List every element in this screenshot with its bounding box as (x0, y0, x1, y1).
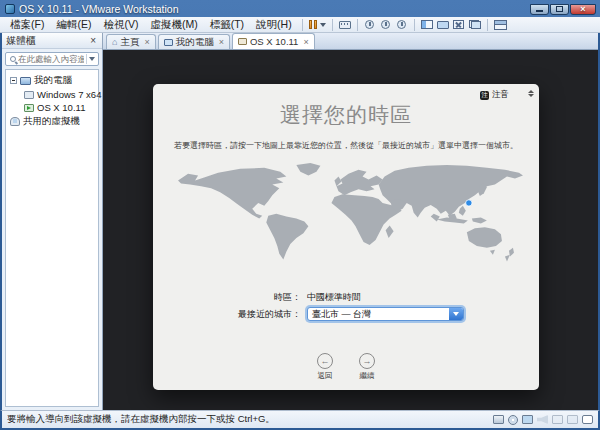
message-log-icon[interactable] (582, 415, 593, 424)
tab-label: OS X 10.11 (250, 36, 298, 47)
tab-label: 主頁 (120, 36, 139, 49)
timezone-label: 時區： (153, 291, 301, 304)
search-dropdown-icon[interactable] (89, 57, 95, 61)
unity-button[interactable] (467, 18, 483, 32)
closest-city-value: 臺北市 — 台灣 (308, 308, 449, 321)
continue-arrow-icon: → (359, 353, 375, 369)
vm-console-icon (238, 38, 247, 45)
tree-item-windows7[interactable]: Windows 7 x64 (8, 88, 96, 101)
input-method-badge[interactable]: 注 注音 (480, 89, 509, 101)
tree-item-shared-vms[interactable]: 共用的虛擬機 (8, 114, 96, 129)
back-button[interactable]: ← 返回 (317, 353, 333, 381)
minimize-icon (536, 10, 543, 12)
status-bar: 要將輸入導向到該虛擬機，請在虛擬機內部按一下或按 Ctrl+G。 (0, 410, 600, 428)
sidebar-close-button[interactable]: × (88, 36, 98, 46)
continue-label: 繼續 (360, 371, 375, 381)
library-panel-icon (421, 20, 433, 29)
vm-console-screen[interactable]: 注 注音 選擇您的時區 若要選擇時區，請按一下地圖上最靠近您的位置，然後從「最接… (103, 50, 598, 410)
hard-disk-icon[interactable] (493, 415, 504, 424)
chevron-down-icon (453, 312, 459, 316)
toolbar-separator (487, 19, 488, 31)
location-dot (466, 200, 472, 206)
thumbnail-bar-button[interactable] (435, 18, 451, 32)
continue-button[interactable]: → 繼續 (359, 353, 375, 381)
usb-icon[interactable] (552, 415, 563, 424)
menu-tabs[interactable]: 標籤(T) (204, 17, 250, 33)
page-title: 選擇您的時區 (153, 101, 539, 129)
tab-close-icon[interactable]: × (219, 37, 224, 47)
show-library-button[interactable] (419, 18, 435, 32)
input-menu-stepper-icon[interactable] (528, 90, 534, 97)
tab-home[interactable]: ⌂ 主頁 × (106, 34, 156, 49)
search-icon (10, 56, 16, 62)
search-input[interactable] (18, 54, 84, 64)
tree-item-label: 我的電腦 (34, 74, 72, 87)
combo-dropdown-button[interactable] (449, 308, 463, 320)
closest-city-select[interactable]: 臺北市 — 台灣 (307, 307, 464, 321)
tree-item-my-computer[interactable]: 我的電腦 (8, 73, 96, 88)
home-icon: ⌂ (112, 38, 117, 47)
tab-bar: ⌂ 主頁 × 我的電腦 × OS X 10.11 × (103, 33, 598, 50)
snapshot-manager-button[interactable] (394, 18, 410, 32)
close-button[interactable]: × (570, 4, 596, 15)
console-view-button[interactable] (492, 18, 509, 32)
vmware-workstation-window: OS X 10.11 - VMware Workstation × 檔案(F) … (0, 0, 600, 430)
printer-icon[interactable] (567, 415, 578, 424)
timezone-setup-panel: 注 注音 選擇您的時區 若要選擇時區，請按一下地圖上最靠近您的位置，然後從「最接… (153, 84, 539, 390)
fullscreen-icon (453, 20, 464, 29)
vm-tree: 我的電腦 Windows 7 x64 OS X 10.11 共用的虛擬機 (5, 69, 99, 407)
search-separator (86, 54, 87, 64)
send-ctrl-alt-del-button[interactable] (337, 18, 353, 32)
maximize-button[interactable] (550, 4, 569, 15)
power-pause-button[interactable] (307, 18, 328, 32)
pause-icon (309, 20, 317, 29)
zhuyin-icon: 注 (480, 91, 489, 100)
toolbar-separator (414, 19, 415, 31)
tab-osx[interactable]: OS X 10.11 × (232, 33, 315, 49)
menu-edit[interactable]: 編輯(E) (50, 17, 97, 33)
sidebar-title: 媒體櫃 (6, 34, 36, 48)
menu-view[interactable]: 檢視(V) (97, 17, 144, 33)
menu-help[interactable]: 說明(H) (250, 17, 298, 33)
vm-icon (24, 91, 34, 99)
world-map[interactable] (168, 160, 524, 282)
back-arrow-icon: ← (317, 353, 333, 369)
library-search-box[interactable] (5, 52, 99, 66)
revert-snapshot-button[interactable] (378, 18, 394, 32)
network-adapter-icon[interactable] (522, 415, 533, 424)
monitor-icon (164, 39, 173, 46)
tab-label: 我的電腦 (176, 36, 214, 49)
unity-icon (469, 20, 481, 29)
toolbar-separator (302, 19, 303, 31)
menu-toolbar-row: 檔案(F) 編輯(E) 檢視(V) 虛擬機(M) 標籤(T) 說明(H) (0, 17, 600, 33)
menu-file[interactable]: 檔案(F) (4, 17, 50, 33)
input-method-label: 注音 (492, 89, 509, 101)
tree-item-osx[interactable]: OS X 10.11 (8, 101, 96, 114)
tab-close-icon[interactable]: × (303, 37, 308, 47)
sound-icon[interactable] (537, 415, 548, 424)
close-icon: × (580, 5, 585, 14)
revert-snapshot-icon (381, 20, 390, 29)
monitor-icon (437, 21, 449, 29)
tab-my-computer[interactable]: 我的電腦 × (158, 34, 230, 49)
menu-vm[interactable]: 虛擬機(M) (144, 17, 203, 33)
maximize-icon (556, 6, 563, 12)
fullscreen-button[interactable] (451, 18, 467, 32)
tree-item-label: Windows 7 x64 (37, 89, 101, 100)
timezone-form: 時區： 中國標準時間 最接近的城市： 臺北市 — 台灣 (153, 291, 539, 324)
vm-running-icon (24, 104, 34, 112)
computer-icon (20, 77, 31, 85)
shared-vms-icon (10, 117, 20, 126)
collapse-icon[interactable] (10, 77, 17, 84)
closest-city-label: 最接近的城市： (153, 308, 301, 321)
back-label: 返回 (318, 371, 333, 381)
tab-close-icon[interactable]: × (144, 37, 149, 47)
tree-item-label: OS X 10.11 (37, 102, 85, 113)
toolbar-separator (332, 19, 333, 31)
tree-item-label: 共用的虛擬機 (23, 115, 80, 128)
minimize-button[interactable] (530, 4, 549, 15)
take-snapshot-button[interactable] (362, 18, 378, 32)
cd-rom-icon[interactable] (508, 415, 518, 425)
snapshot-manager-icon (397, 20, 406, 29)
console-view-icon (494, 20, 507, 30)
